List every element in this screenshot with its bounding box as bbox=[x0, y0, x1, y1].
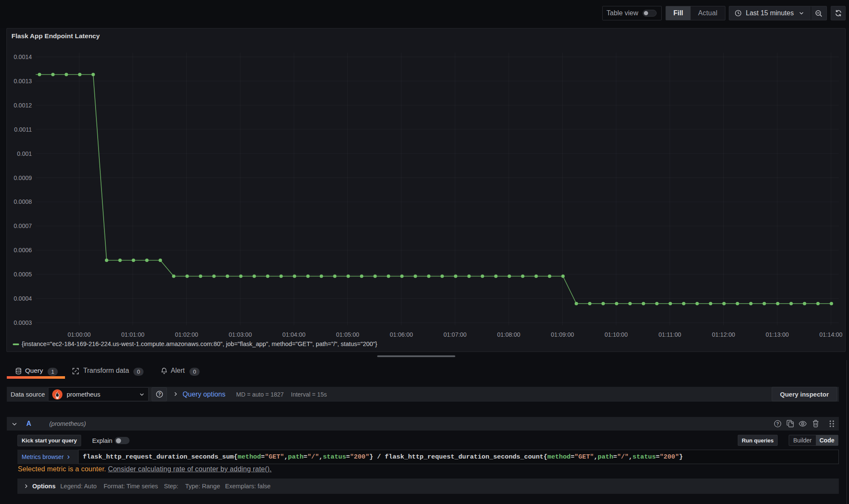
svg-text:?: ? bbox=[158, 392, 161, 397]
svg-text:?: ? bbox=[776, 421, 779, 426]
